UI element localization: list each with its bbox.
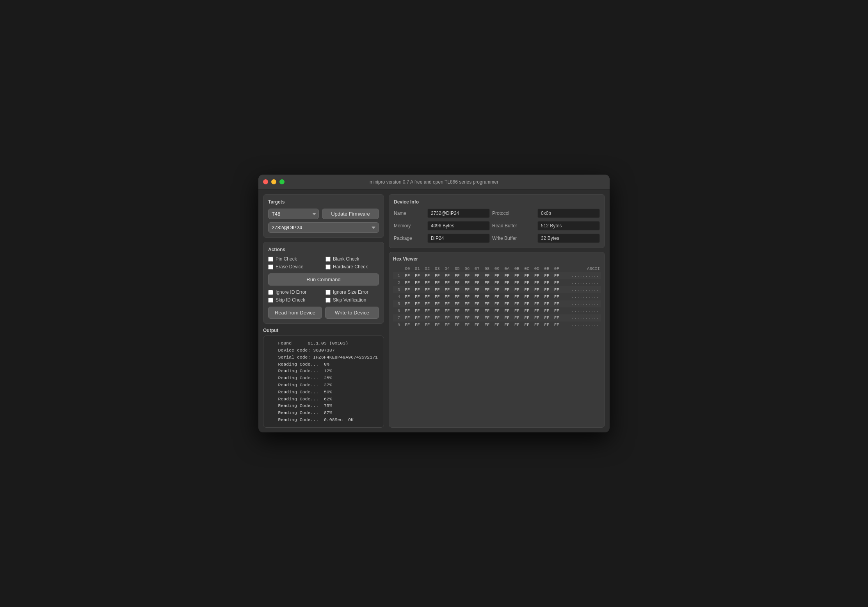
hex-cell: FF [502, 314, 512, 321]
titlebar: minipro version 0.7 A free and open TL86… [258, 175, 610, 189]
hex-col-0e: 0E [542, 266, 552, 272]
hex-ascii-value: .......... [562, 272, 601, 279]
hex-cell: FF [442, 307, 452, 314]
hex-cell: FF [472, 272, 482, 279]
skip-id-check-checkbox[interactable] [268, 298, 273, 303]
hex-cell: FF [512, 314, 522, 321]
ignore-id-error-label[interactable]: Ignore ID Error [268, 289, 322, 295]
read-buffer-label: Read Buffer [492, 223, 535, 229]
hex-cell: FF [432, 314, 443, 321]
hex-cell: FF [462, 272, 472, 279]
hex-col-01: 01 [413, 266, 423, 272]
device-select[interactable]: 2732@DIP24 2764@DIP28 27128@DIP28 [268, 222, 379, 233]
maximize-button[interactable] [279, 179, 285, 184]
skip-id-check-label[interactable]: Skip ID Check [268, 297, 322, 303]
update-firmware-button[interactable]: Update Firmware [322, 209, 379, 219]
hex-cell: FF [472, 293, 482, 300]
targets-row: T48 T56 TL866A TL866CS Update Firmware [268, 209, 379, 219]
hex-cell: FF [482, 272, 492, 279]
hex-col-05: 05 [452, 266, 462, 272]
hex-row: 2FFFFFFFFFFFFFFFFFFFFFFFFFFFFFFFF.......… [393, 279, 601, 286]
hex-cell: FF [442, 286, 452, 293]
hex-cell: FF [452, 321, 462, 328]
close-button[interactable] [263, 179, 268, 184]
hex-col-0d: 0D [532, 266, 542, 272]
ignore-id-error-checkbox[interactable] [268, 290, 273, 295]
hex-cell: FF [482, 286, 492, 293]
hardware-check-label[interactable]: Hardware Check [326, 264, 379, 270]
hex-cell: FF [432, 272, 443, 279]
actions-section: Actions Pin Check Blank Check Erase Devi… [263, 242, 384, 324]
hex-cell: FF [492, 307, 502, 314]
write-to-device-button[interactable]: Write to Device [325, 307, 379, 319]
hex-cell: FF [532, 272, 542, 279]
right-panel: Device Info Name 2732@DIP24 Protocol 0x0… [389, 194, 605, 428]
actions-checkboxes: Pin Check Blank Check Erase Device Hardw… [268, 256, 379, 270]
hex-ascii-value: .......... [562, 307, 601, 314]
hex-col-04: 04 [442, 266, 452, 272]
hex-row-header [393, 266, 402, 272]
actions-title: Actions [268, 247, 379, 252]
minimize-button[interactable] [271, 179, 276, 184]
pin-check-checkbox[interactable] [268, 257, 273, 262]
hex-cell: FF [492, 300, 502, 307]
hex-cell: FF [422, 272, 432, 279]
hex-cell: FF [432, 293, 443, 300]
hex-cell: FF [522, 286, 532, 293]
hex-cell: FF [472, 300, 482, 307]
hex-row-number: 7 [393, 314, 402, 321]
hex-cell: FF [462, 293, 472, 300]
hex-cell: FF [522, 307, 532, 314]
blank-check-label[interactable]: Blank Check [326, 256, 379, 262]
hex-cell: FF [413, 286, 423, 293]
hex-cell: FF [552, 307, 562, 314]
hardware-check-checkbox[interactable] [326, 264, 331, 270]
hex-cell: FF [413, 293, 423, 300]
write-buffer-label: Write Buffer [492, 236, 535, 241]
blank-check-checkbox[interactable] [326, 257, 331, 262]
skip-verification-checkbox[interactable] [326, 298, 331, 303]
hex-cell: FF [413, 314, 423, 321]
hex-cell: FF [402, 293, 413, 300]
hex-row-number: 2 [393, 279, 402, 286]
hex-cell: FF [502, 293, 512, 300]
erase-device-label[interactable]: Erase Device [268, 264, 322, 270]
read-from-device-button[interactable]: Read from Device [268, 307, 322, 319]
hex-ascii-value: .......... [562, 321, 601, 328]
hex-row-number: 1 [393, 272, 402, 279]
pin-check-label[interactable]: Pin Check [268, 256, 322, 262]
target-select[interactable]: T48 T56 TL866A TL866CS [268, 209, 319, 219]
hex-ascii-value: .......... [562, 286, 601, 293]
hex-cell: FF [432, 321, 443, 328]
hex-cell: FF [552, 321, 562, 328]
hex-cell: FF [432, 279, 443, 286]
hex-row-number: 4 [393, 293, 402, 300]
hex-cell: FF [442, 314, 452, 321]
hex-cell: FF [522, 321, 532, 328]
hex-cell: FF [413, 307, 423, 314]
hex-cell: FF [442, 279, 452, 286]
hex-cell: FF [402, 279, 413, 286]
hex-col-0c: 0C [522, 266, 532, 272]
options-checkboxes: Ignore ID Error Ignore Size Error Skip I… [268, 289, 379, 303]
ignore-size-error-label[interactable]: Ignore Size Error [326, 289, 379, 295]
hex-cell: FF [482, 321, 492, 328]
skip-verification-label[interactable]: Skip Verification [326, 297, 379, 303]
hex-cell: FF [512, 293, 522, 300]
hex-cell: FF [402, 314, 413, 321]
hex-cell: FF [442, 293, 452, 300]
hex-cell: FF [402, 286, 413, 293]
hex-row-number: 5 [393, 300, 402, 307]
hex-col-0f: 0F [552, 266, 562, 272]
hex-cell: FF [542, 321, 552, 328]
targets-section: Targets T48 T56 TL866A TL866CS Update Fi… [263, 194, 384, 238]
hex-row-number: 6 [393, 307, 402, 314]
hex-cell: FF [462, 279, 472, 286]
hex-cell: FF [472, 321, 482, 328]
run-command-button[interactable]: Run Command [268, 273, 379, 286]
hex-col-08: 08 [482, 266, 492, 272]
ignore-size-error-checkbox[interactable] [326, 290, 331, 295]
hex-col-02: 02 [422, 266, 432, 272]
erase-device-checkbox[interactable] [268, 264, 273, 270]
hex-cell: FF [422, 321, 432, 328]
